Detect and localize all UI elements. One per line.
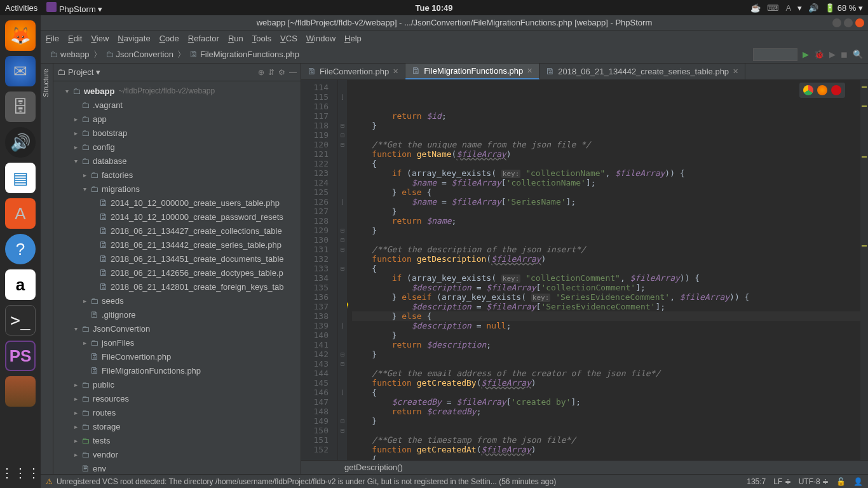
run-button[interactable]: ▶ [803, 50, 809, 59]
tree-item[interactable]: ▸🗀tests [53, 433, 301, 447]
tree-item[interactable]: 🖺2014_10_12_000000_create_users_table.ph… [53, 196, 301, 210]
coffee-icon[interactable]: ☕ [750, 3, 761, 13]
tree-item[interactable]: ▾🗀JsonConvertion [53, 322, 301, 336]
menu-tools[interactable]: Tools [252, 34, 271, 43]
dock-software[interactable]: A [5, 198, 36, 229]
tree-item[interactable]: 🖺2014_10_12_100000_create_password_reset… [53, 210, 301, 224]
editor-tab[interactable]: 🖺2018_06_21_134442_create_series_table.p… [539, 64, 745, 79]
line-gutter[interactable]: 1141151161171181191201211221231241251261… [301, 80, 338, 460]
tree-item[interactable]: ▸🗀config [53, 140, 301, 154]
clock[interactable]: Tue 10:49 [415, 3, 452, 13]
editor-tab[interactable]: 🖺FileMigrationFunctions.php✕ [405, 64, 539, 79]
dock-phpstorm[interactable]: PS [5, 341, 36, 371]
crumb-folder[interactable]: 🗀 JsonConvertion [102, 50, 177, 59]
minimize-button[interactable] [832, 18, 841, 27]
left-toolwindow-strip[interactable]: Structure [41, 64, 53, 474]
menu-help[interactable]: Help [344, 34, 362, 43]
tree-item[interactable]: 🖺2018_06_21_142656_create_doctypes_table… [53, 266, 301, 280]
menu-edit[interactable]: Edit [68, 34, 82, 43]
tree-item[interactable]: ▸🗀storage [53, 419, 301, 433]
search-everywhere-icon[interactable]: 🔍 [853, 50, 863, 59]
tree-item[interactable]: ▸🗀jsonFiles [53, 336, 301, 349]
tree-item[interactable]: 🖺FileConvertion.php [53, 349, 301, 363]
tree-item[interactable]: 🖹.gitignore [53, 308, 301, 322]
debug-button[interactable]: 🐞 [814, 50, 824, 59]
warning-icon[interactable]: ⚠ [46, 477, 53, 486]
structure-tab[interactable]: Structure [41, 64, 51, 102]
tree-item[interactable]: 🗀.vagrant [53, 98, 301, 112]
project-tree[interactable]: ▾🗀webapp~/fldbProject/fldb-v2/webapp 🗀.v… [53, 81, 301, 474]
menu-view[interactable]: View [91, 34, 109, 43]
chrome-icon[interactable] [803, 85, 813, 95]
dock-files[interactable]: 🗄 [5, 92, 36, 122]
line-separator[interactable]: LF ≑ [773, 477, 790, 486]
tree-item[interactable]: ▸🗀factories [53, 168, 301, 182]
dock-unknown[interactable] [5, 376, 36, 407]
tree-item[interactable]: ▸🗀vendor [53, 447, 301, 461]
menu-file[interactable]: File [46, 34, 59, 43]
stop-button[interactable]: ◼ [841, 50, 848, 59]
intention-bulb-icon[interactable]: 💡 [347, 302, 350, 311]
run-config-dropdown[interactable] [753, 48, 797, 61]
close-tab-icon[interactable]: ✕ [733, 67, 738, 76]
dock-amazon[interactable]: a [5, 269, 36, 300]
menu-run[interactable]: Run [228, 34, 243, 43]
dock-thunderbird[interactable]: ✉ [5, 56, 36, 86]
tree-item[interactable]: 🖺2018_06_21_134442_create_series_table.p… [53, 238, 301, 252]
close-tab-icon[interactable]: ✕ [527, 67, 532, 75]
maximize-button[interactable] [844, 18, 853, 27]
hide-icon[interactable]: — [289, 68, 297, 77]
wifi-icon[interactable]: ▾ [797, 3, 802, 13]
menu-code[interactable]: Code [159, 34, 179, 43]
readonly-lock-icon[interactable]: 🔓 [836, 477, 846, 486]
tree-item[interactable]: ▸🗀seeds [53, 294, 301, 308]
menu-window[interactable]: Window [306, 34, 336, 43]
scroll-to-source-icon[interactable]: ⊕ [258, 68, 264, 77]
dock-terminal[interactable]: >_ [5, 305, 36, 336]
tree-item[interactable]: 🖺FileMigrationFunctions.php [53, 363, 301, 377]
tree-item[interactable]: ▾🗀database [53, 154, 301, 168]
tree-item[interactable]: ▸🗀bootstrap [53, 126, 301, 140]
settings-gear-icon[interactable]: ⚙ [278, 68, 285, 77]
lang-indicator[interactable]: A [785, 3, 791, 13]
tree-item[interactable]: ▾🗀migrations [53, 182, 301, 196]
coverage-button[interactable]: ▶ [829, 50, 836, 59]
firefox-icon[interactable] [817, 85, 827, 95]
collapse-all-icon[interactable]: ⇵ [268, 68, 275, 77]
tree-item[interactable]: 🖺2018_06_21_142801_create_foreign_keys_t… [53, 280, 301, 294]
tree-root[interactable]: ▾🗀webapp~/fldbProject/fldb-v2/webapp [53, 84, 301, 98]
dock-help[interactable]: ? [5, 234, 36, 264]
app-menu[interactable]: PhpStorm ▾ [46, 2, 102, 14]
editor-breadcrumb[interactable]: getDescription() [301, 460, 868, 474]
opera-icon[interactable] [831, 85, 841, 95]
tree-item[interactable]: ▸🗀resources [53, 391, 301, 405]
dock-firefox[interactable]: 🦊 [5, 20, 36, 51]
keyboard-icon[interactable]: ⌨ [767, 3, 779, 13]
hector-icon[interactable]: 👤 [853, 477, 863, 486]
tree-item[interactable]: ▸🗀routes [53, 405, 301, 419]
fold-column[interactable]: ⌋⊟⊟⊟⌋⊟⊟⊟⊟⌋⊟⊟⌋⊟⊟ [338, 80, 347, 460]
editor-tab[interactable]: 🖺FileConvertion.php✕ [301, 64, 405, 79]
close-tab-icon[interactable]: ✕ [393, 67, 398, 76]
code-editor[interactable]: return $id; } /**Get the unique name fro… [347, 80, 860, 460]
dock-rhythmbox[interactable]: 🔊 [5, 127, 36, 158]
menu-navigate[interactable]: Navigate [118, 34, 150, 43]
tree-item[interactable]: ▸🗀app [53, 112, 301, 126]
tree-item[interactable]: 🖺2018_06_21_134427_create_collections_ta… [53, 224, 301, 238]
menu-vcs[interactable]: VCS [280, 34, 297, 43]
dock-apps-grid[interactable]: ⋮⋮⋮ [5, 458, 36, 488]
caret-position[interactable]: 135:7 [747, 477, 766, 486]
crumb-file[interactable]: 🖺 FileMigrationFunctions.php [186, 50, 303, 59]
tree-item[interactable]: 🖹env [53, 461, 301, 474]
battery-indicator[interactable]: 🔋 68 % ▾ [825, 3, 863, 13]
tree-item[interactable]: 🖺2018_06_21_134451_create_documents_tabl… [53, 252, 301, 266]
file-encoding[interactable]: UTF-8 ≑ [799, 477, 829, 486]
activities-button[interactable]: Activities [5, 3, 37, 13]
close-button[interactable] [855, 18, 864, 27]
volume-icon[interactable]: 🔊 [808, 3, 818, 13]
tree-item[interactable]: ▸🗀public [53, 377, 301, 391]
status-message[interactable]: Unregistered VCS root detected: The dire… [57, 477, 556, 486]
menu-refactor[interactable]: Refactor [188, 34, 219, 43]
error-stripe[interactable] [860, 80, 868, 460]
dock-libreoffice[interactable]: ▤ [5, 163, 36, 193]
